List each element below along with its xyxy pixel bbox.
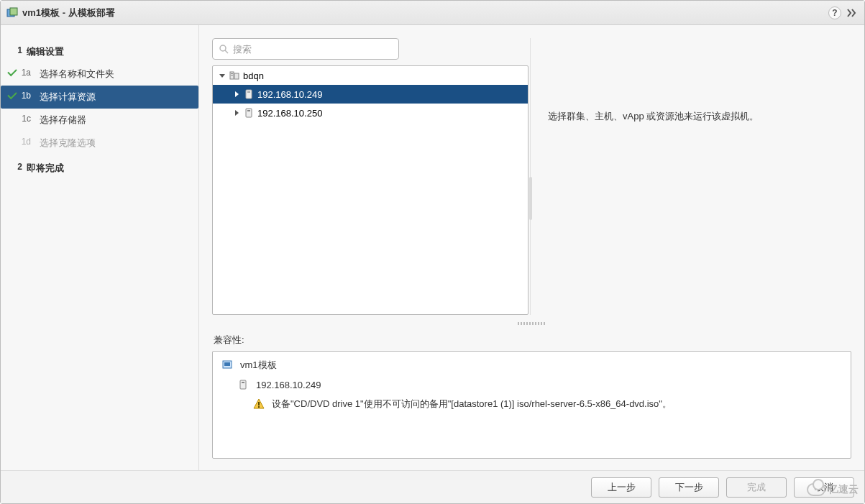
svg-rect-14 [240, 380, 246, 389]
tree-root-label: bdqn [243, 70, 264, 81]
finish-button: 完成 [726, 477, 787, 498]
svg-rect-10 [246, 109, 252, 117]
compat-host-row: 192.168.10.249 [221, 379, 842, 390]
svg-rect-5 [234, 73, 239, 79]
step-1b[interactable]: 1b 选择计算资源 [1, 86, 198, 109]
compatibility-label: 兼容性: [214, 334, 851, 347]
host-icon [243, 88, 255, 100]
compatibility-panel: vm1模板 192.168.10.249 设备"CD/DVD drive 1"使… [212, 351, 851, 459]
expand-toggle-icon[interactable] [232, 89, 242, 99]
tree-host-1[interactable]: 192.168.10.249 [213, 85, 528, 104]
svg-rect-13 [224, 362, 230, 366]
splitter-horizontal[interactable] [212, 319, 851, 328]
expand-toggle-icon[interactable] [217, 70, 227, 81]
svg-point-2 [220, 45, 226, 51]
splitter-handle-vertical[interactable] [529, 177, 532, 220]
tree-host-2[interactable]: 192.168.10.250 [213, 104, 528, 122]
host-icon [237, 379, 249, 390]
wizard-steps-sidebar: 1 编辑设置 1a 选择名称和文件夹 1b 选择计算资源 1c 选择存储器 [1, 25, 199, 470]
step-group-1: 1 编辑设置 [1, 41, 198, 63]
svg-line-3 [225, 50, 228, 53]
expand-button[interactable] [844, 6, 859, 20]
step-1a[interactable]: 1a 选择名称和文件夹 [1, 63, 198, 86]
svg-rect-8 [246, 90, 252, 98]
next-button[interactable]: 下一步 [659, 477, 719, 498]
window-title: vm1模板 - 从模板部署 [22, 6, 115, 19]
search-input[interactable] [233, 44, 393, 55]
description-pane: 选择群集、主机、vApp 或资源池来运行该虚拟机。 [530, 38, 851, 315]
description-text: 选择群集、主机、vApp 或资源池来运行该虚拟机。 [548, 111, 759, 122]
svg-rect-11 [247, 110, 250, 111]
wizard-button-bar: 上一步 下一步 完成 取消 [1, 470, 864, 503]
expand-toggle-icon[interactable] [232, 108, 242, 118]
help-button[interactable]: ? [828, 6, 841, 19]
compat-warning-row: 设备"CD/DVD drive 1"使用不可访问的备用"[datastore1 … [221, 398, 842, 411]
svg-rect-7 [231, 75, 233, 75]
datacenter-icon [229, 70, 240, 81]
tree-host-label: 192.168.10.250 [257, 108, 322, 119]
back-button[interactable]: 上一步 [591, 477, 651, 498]
warning-icon [253, 398, 265, 410]
svg-rect-9 [247, 91, 250, 93]
cancel-button[interactable]: 取消 [794, 477, 854, 498]
step-group-2: 2 即将完成 [1, 157, 198, 179]
step-1d: 1d 选择克隆选项 [1, 132, 198, 155]
tree-root[interactable]: bdqn [213, 66, 528, 85]
compat-vm-row: vm1模板 [221, 359, 842, 372]
svg-rect-17 [258, 406, 260, 408]
svg-rect-15 [242, 382, 244, 383]
step-1c[interactable]: 1c 选择存储器 [1, 109, 198, 132]
compute-resource-tree[interactable]: bdqn 192.168.10.249 [212, 65, 528, 315]
tree-host-label: 192.168.10.249 [257, 89, 322, 100]
titlebar: vm1模板 - 从模板部署 ? [1, 1, 864, 25]
svg-rect-6 [231, 73, 233, 74]
vm-icon [221, 359, 233, 371]
check-icon [6, 67, 18, 78]
host-icon [243, 107, 255, 119]
vm-template-icon [6, 7, 18, 19]
check-icon [6, 90, 18, 101]
search-box[interactable] [212, 38, 399, 60]
svg-rect-16 [258, 402, 260, 406]
search-icon [219, 44, 229, 54]
svg-rect-1 [10, 8, 17, 15]
